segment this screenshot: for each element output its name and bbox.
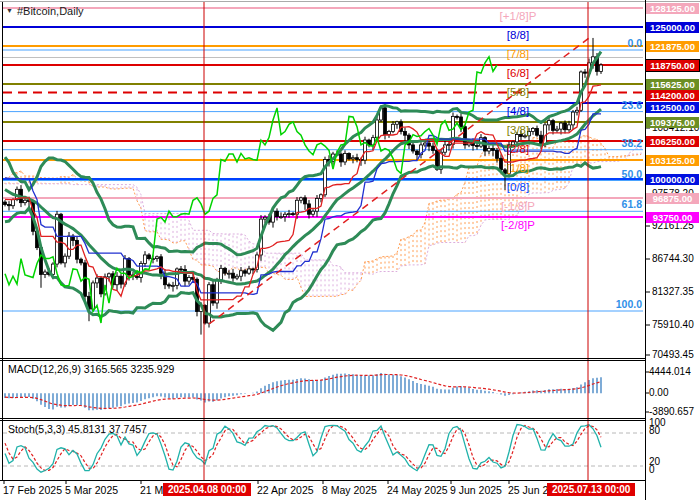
candle-body <box>316 198 319 211</box>
murrey-level-label: [3/8] <box>473 124 563 136</box>
price-axis-badge: 115625.00 <box>646 79 699 90</box>
price-axis-badge: 112500.00 <box>646 102 699 113</box>
candle-body <box>128 259 131 275</box>
stoch-indicator-label: Stoch(5,3,3) 45.8131 37.7457 <box>8 423 147 435</box>
candle-body <box>168 285 171 286</box>
candle-body <box>244 271 247 273</box>
candle-body <box>144 255 147 264</box>
candle-body <box>344 153 347 162</box>
candle-body <box>348 153 351 158</box>
fib-level-label: 61.8 <box>562 198 642 210</box>
murrey-level-label: [0/8] <box>473 181 563 193</box>
candle-body <box>156 257 159 259</box>
macd-indicator-label: MACD(12,26,9) 3165.565 3235.929 <box>8 363 174 375</box>
x-axis-date-label: 9 Jun 2025 <box>450 484 502 496</box>
candle-body <box>224 268 227 273</box>
murrey-level-label: [+1/8]P <box>473 10 563 22</box>
stoch-axis-tick: 0 <box>649 465 655 475</box>
fib-level-label: 100.0 <box>562 298 642 310</box>
price-axis-badge: 114200.00 <box>646 90 699 101</box>
candle-body <box>172 285 175 286</box>
price-axis-badge: 93750.00 <box>646 212 699 223</box>
macd-axis-tick: 0.00 <box>649 388 668 398</box>
candle-body <box>376 120 379 138</box>
candle-body <box>100 278 103 294</box>
candle-body <box>292 214 295 215</box>
murrey-level-label: [7/8] <box>473 48 563 60</box>
price-axis-badge: 121875.00 <box>646 41 699 52</box>
candle-body <box>96 278 99 283</box>
candle-body <box>428 143 431 146</box>
candle-body <box>64 256 67 263</box>
x-axis-date-label: 22 Apr 2025 <box>257 484 314 496</box>
x-axis-date-label: 24 May 2025 <box>387 484 448 496</box>
price-axis-badge: 128125.00 <box>646 3 699 14</box>
candle-body <box>136 276 139 277</box>
candle-body <box>568 125 571 130</box>
price-axis-tick: 92161.25 <box>652 221 694 231</box>
price-axis-badge: 106250.00 <box>646 136 699 147</box>
trading-chart-window: 108412.1097578.2092161.2586744.3081327.3… <box>0 0 700 500</box>
candle-body <box>396 122 399 124</box>
candle-body <box>572 112 575 125</box>
symbol-text: #Bitcoin,Daily <box>17 5 84 17</box>
candle-body <box>116 276 119 285</box>
candle-body <box>412 145 415 151</box>
price-axis-tick: 81327.35 <box>652 287 694 297</box>
x-axis-date-badge: 2025.04.08 00:00 <box>163 483 251 496</box>
x-axis-date-label: 5 Mar 2025 <box>65 484 118 496</box>
candle-body <box>24 200 27 202</box>
candle-body <box>384 108 387 135</box>
candle-body <box>208 285 211 323</box>
candle-body <box>392 124 395 131</box>
fib-level-label: 23.6 <box>562 99 642 111</box>
price-axis-tick: 70493.45 <box>652 350 694 360</box>
candle-body <box>248 269 251 273</box>
x-axis-date-label: 8 May 2025 <box>322 484 377 496</box>
candle-body <box>304 198 307 204</box>
candle-body <box>280 217 283 218</box>
candle-body <box>8 205 11 206</box>
candle-body <box>432 146 435 150</box>
candle-body <box>356 158 359 160</box>
candle-body <box>448 144 451 145</box>
candle-body <box>312 211 315 214</box>
murrey-level-label: [-2/8]P <box>473 219 563 231</box>
murrey-level-label: [4/8] <box>473 105 563 117</box>
candle-body <box>44 272 47 274</box>
candle-body <box>80 259 83 263</box>
fib-level-label: 0.0 <box>562 37 642 49</box>
candle-body <box>300 198 303 200</box>
candle-body <box>228 273 231 274</box>
candle-body <box>464 127 467 145</box>
candle-body <box>276 211 279 216</box>
candle-body <box>220 268 223 280</box>
candle-body <box>264 217 267 219</box>
candle-body <box>460 117 463 127</box>
candle-body <box>236 276 239 278</box>
candle-body <box>600 65 603 71</box>
collapse-icon[interactable]: ▼ <box>6 7 13 14</box>
candle-body <box>320 195 323 199</box>
candle-body <box>444 145 447 152</box>
macd-axis-tick: 4444.014 <box>649 367 691 377</box>
candle-body <box>284 214 287 216</box>
candle-body <box>108 274 111 277</box>
fib-level-label: 38.2 <box>562 137 642 149</box>
candle-body <box>456 116 459 117</box>
candle-body <box>352 158 355 159</box>
candle-body <box>76 240 79 259</box>
murrey-level-label: [5/8] <box>473 86 563 98</box>
candle-body <box>340 154 343 162</box>
candle-body <box>148 255 151 259</box>
murrey-level-label: [6/8] <box>473 67 563 79</box>
candle-body <box>584 72 587 73</box>
price-axis-badge: 109375.00 <box>646 117 699 128</box>
macd-axis-tick: -3890.657 <box>649 407 694 417</box>
candle-body <box>180 269 183 270</box>
murrey-level-label: [1/8] <box>473 162 563 174</box>
murrey-level-label: [2/8] <box>473 143 563 155</box>
price-axis-badge: 118750.00 <box>646 60 699 71</box>
price-axis-badge: 103125.00 <box>646 155 699 166</box>
candle-body <box>4 202 7 204</box>
